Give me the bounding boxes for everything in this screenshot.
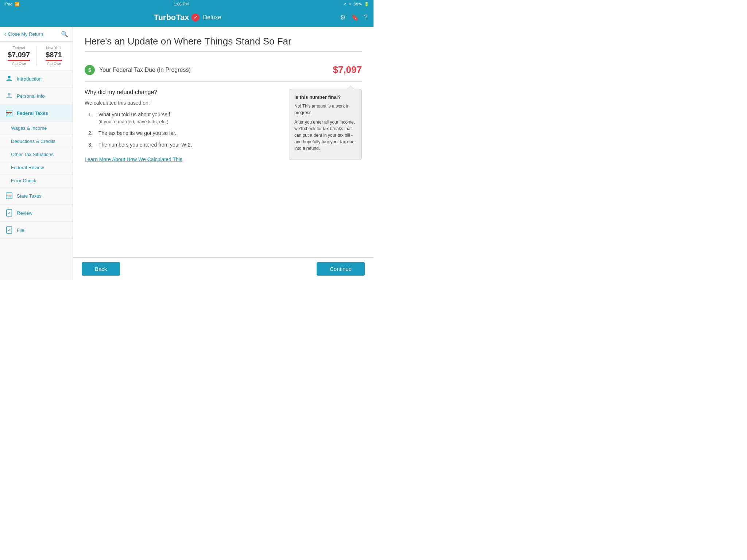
file-icon: [5, 226, 13, 234]
list-text-1-sub: (if you're married, have kids, etc.).: [98, 119, 282, 124]
app-header: TurboTax ✓ Deluxe ⚙ 🔖 ?: [0, 8, 374, 27]
learn-more-link[interactable]: Learn More About How We Calculated This: [85, 156, 182, 162]
sidebar-item-review[interactable]: Review: [0, 205, 73, 222]
back-button[interactable]: Back: [82, 262, 120, 276]
tax-due-row: $ Your Federal Tax Due (In Progress) $7,…: [85, 58, 362, 82]
sidebar-item-personal-info[interactable]: Personal Info: [0, 88, 73, 105]
other-tax-label: Other Tax Situations: [11, 152, 54, 157]
close-return-label: Close My Return: [8, 31, 43, 37]
sidebar-subitem-federal-review[interactable]: Federal Review: [0, 161, 73, 174]
main-content: Here's an Update on Where Things Stand S…: [73, 27, 374, 257]
list-num-3: 3.: [88, 142, 94, 148]
calculated-based-text: We calculated this based on:: [85, 100, 282, 106]
federal-taxes-icon: TAX: [5, 109, 13, 117]
location-icon: ↗: [343, 2, 346, 7]
header-icons: ⚙ 🔖 ?: [340, 13, 368, 22]
dollar-icon: $: [85, 65, 95, 75]
tooltip-title: Is this number final?: [294, 94, 356, 100]
state-label: New York: [38, 46, 70, 50]
wages-income-label: Wages & Income: [11, 125, 47, 131]
wifi-icon: 📶: [15, 2, 20, 7]
file-label: File: [17, 228, 24, 233]
list-item-1: 1. What you told us about yourself (if y…: [88, 112, 282, 124]
federal-review-label: Federal Review: [11, 165, 44, 170]
sidebar-item-federal-taxes[interactable]: TAX Federal Taxes: [0, 105, 73, 122]
bookmark-icon[interactable]: 🔖: [351, 13, 359, 22]
federal-sub: You Owe: [3, 62, 35, 66]
list-item-3: 3. The numbers you entered from your W-2…: [88, 142, 282, 148]
sidebar-subitem-other-tax[interactable]: Other Tax Situations: [0, 148, 73, 161]
federal-amount: $7,097: [8, 51, 30, 61]
sidebar-item-introduction[interactable]: Introduction: [0, 70, 73, 88]
sidebar-subitem-deductions-credits[interactable]: Deductions & Credits: [0, 135, 73, 148]
settings-icon[interactable]: ⚙: [340, 13, 346, 22]
review-icon: [5, 209, 13, 217]
svg-text:STATE: STATE: [6, 195, 12, 198]
tooltip-para1: No! This amount is a work in progress.: [294, 103, 356, 116]
logo-deluxe: Deluxe: [203, 14, 221, 21]
device-label: iPad: [4, 2, 12, 6]
tax-due-left: $ Your Federal Tax Due (In Progress): [85, 65, 191, 75]
close-return-button[interactable]: ‹ Close My Return: [4, 31, 43, 38]
status-right: ↗ ✳ 98% 🔋: [343, 2, 369, 7]
main-layout: ‹ Close My Return 🔍 Federal $7,097 You O…: [0, 27, 374, 280]
battery-label: 98%: [354, 2, 362, 6]
page-title: Here's an Update on Where Things Stand S…: [85, 36, 362, 52]
personal-info-label: Personal Info: [17, 93, 45, 99]
help-icon[interactable]: ?: [364, 13, 368, 22]
content-body: Why did my refund change? We calculated …: [85, 89, 362, 163]
bluetooth-icon: ✳: [348, 2, 352, 7]
list-text-3-main: The numbers you entered from your W-2.: [98, 142, 192, 148]
federal-label: Federal: [3, 46, 35, 50]
personal-info-icon: [5, 92, 13, 100]
search-icon[interactable]: 🔍: [61, 31, 68, 38]
battery-icon: 🔋: [364, 2, 369, 7]
state-tax-box: New York $871 You Owe: [36, 44, 71, 67]
logo-text: TurboTax: [154, 13, 189, 22]
error-check-label: Error Check: [11, 178, 36, 183]
calculated-list: 1. What you told us about yourself (if y…: [88, 112, 282, 148]
sidebar: ‹ Close My Return 🔍 Federal $7,097 You O…: [0, 27, 73, 280]
federal-taxes-label: Federal Taxes: [17, 110, 48, 116]
list-text-1: What you told us about yourself (if you'…: [98, 112, 282, 124]
sidebar-item-file[interactable]: File: [0, 222, 73, 239]
state-amount: $871: [46, 51, 62, 61]
main-area: Here's an Update on Where Things Stand S…: [73, 27, 374, 280]
content-left: Why did my refund change? We calculated …: [85, 89, 282, 163]
state-sub: You Owe: [38, 62, 70, 66]
continue-button[interactable]: Continue: [317, 262, 365, 276]
sidebar-subitem-error-check[interactable]: Error Check: [0, 174, 73, 187]
review-label: Review: [17, 210, 32, 216]
list-text-3: The numbers you entered from your W-2.: [98, 142, 282, 148]
list-item-2: 2. The tax benefits we got you so far.: [88, 130, 282, 136]
state-taxes-icon: STATE: [5, 192, 13, 200]
tooltip-box: Is this number final? No! This amount is…: [289, 89, 362, 160]
list-text-1-main: What you told us about yourself: [98, 112, 170, 117]
sidebar-top: ‹ Close My Return 🔍: [0, 27, 73, 42]
svg-point-1: [8, 93, 10, 96]
status-time: 1:06 PM: [174, 2, 189, 6]
list-num-1: 1.: [88, 112, 94, 124]
sidebar-item-state-taxes[interactable]: STATE State Taxes: [0, 187, 73, 205]
app-logo: TurboTax ✓ Deluxe: [154, 13, 221, 22]
status-left: iPad 📶: [4, 2, 20, 7]
list-text-2-main: The tax benefits we got you so far.: [98, 130, 176, 136]
svg-point-0: [8, 76, 10, 78]
tax-due-amount: $7,097: [333, 64, 362, 75]
logo-checkmark: ✓: [191, 13, 200, 22]
state-taxes-label: State Taxes: [17, 193, 42, 199]
tax-due-label: Your Federal Tax Due (In Progress): [99, 67, 191, 73]
why-change-text: Why did my refund change?: [85, 89, 282, 96]
status-bar: iPad 📶 1:06 PM ↗ ✳ 98% 🔋: [0, 0, 374, 8]
list-num-2: 2.: [88, 130, 94, 136]
footer: Back Continue: [73, 257, 374, 280]
introduction-label: Introduction: [17, 76, 42, 82]
federal-tax-box: Federal $7,097 You Owe: [1, 44, 36, 67]
tooltip-para2: After you enter all your income, we'll c…: [294, 119, 356, 152]
tax-summary: Federal $7,097 You Owe New York $871 You…: [0, 42, 73, 70]
deductions-credits-label: Deductions & Credits: [11, 139, 55, 144]
introduction-icon: [5, 75, 13, 83]
sidebar-subitem-wages-income[interactable]: Wages & Income: [0, 122, 73, 135]
chevron-left-icon: ‹: [4, 31, 6, 38]
list-text-2: The tax benefits we got you so far.: [98, 130, 282, 136]
